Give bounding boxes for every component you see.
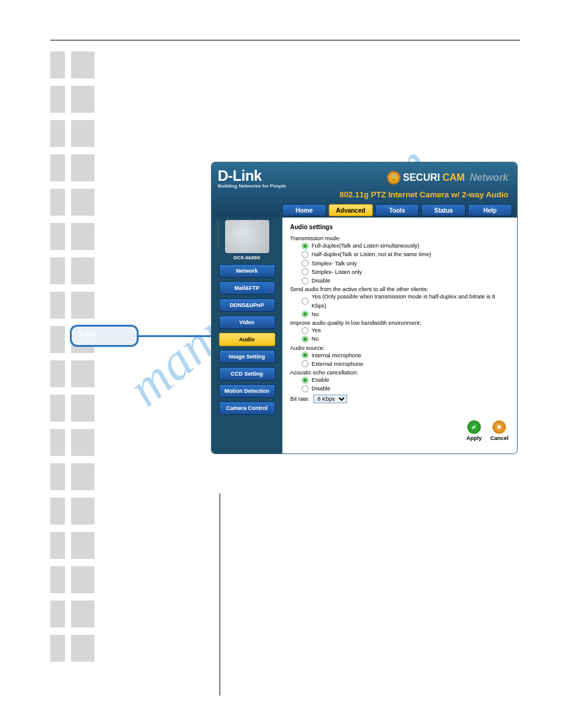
improve-audio-label: Improve audio quality in low bandwidth e… — [290, 320, 510, 326]
transmission-mode-label: Transmission mode: — [290, 235, 510, 241]
cancel-button[interactable]: ✖ Cancel — [490, 420, 508, 441]
bitrate-row: Bit rate: 8 Kbps — [290, 395, 510, 403]
lock-icon: 🔒 — [387, 171, 400, 184]
tab-advanced[interactable]: Advanced — [329, 204, 373, 216]
lower-label-2: Full-duplex (Talk and Listen simultaneou… — [104, 587, 215, 607]
camera-icon — [225, 220, 269, 253]
opt-improve-yes[interactable]: Yes — [301, 326, 510, 335]
decor-column — [50, 51, 94, 662]
opt-external-mic[interactable]: External microphone — [301, 360, 510, 368]
tab-help[interactable]: Help — [468, 204, 512, 216]
cam-text: CAM — [442, 172, 464, 183]
brand-logo: D-Link — [218, 167, 262, 184]
opt-improve-no[interactable]: No — [301, 335, 510, 343]
nav-ccd-setting[interactable]: CCD Setting — [219, 367, 275, 381]
opt-half-duplex[interactable]: Half-duplex(Talk or Listen, not at the s… — [301, 250, 510, 259]
ui-left-nav: DCS-6620G Network Mail&FTP DDNS&UPnP Vid… — [212, 218, 282, 453]
opt-full-duplex[interactable]: Full-duplex(Talk and Listen simultaneous… — [301, 241, 510, 250]
audio-source-label: Audio source: — [290, 345, 510, 351]
opt-internal-mic[interactable]: Internal microphone — [301, 351, 510, 360]
opt-simplex-talk[interactable]: Simplex- Talk only — [301, 259, 510, 268]
nav-ddns-upnp[interactable]: DDNS&UPnP — [219, 298, 275, 312]
opt-echo-enable[interactable]: Enable — [301, 376, 510, 384]
opt-send-yes[interactable]: Yes (Only possible when transmission mod… — [301, 292, 510, 310]
tab-status[interactable]: Status — [421, 204, 465, 216]
bitrate-label: Bit rate: — [290, 396, 310, 402]
header-running-title: Using the DCS-6620G with an Internet Bro… — [369, 29, 519, 37]
nav-camera-control[interactable]: Camera Control — [219, 401, 275, 415]
check-icon: ✔ — [467, 420, 481, 434]
header-rule — [50, 40, 520, 40]
send-audio-label: Send audio from the active client to all… — [290, 286, 510, 292]
opt-send-no[interactable]: No — [301, 310, 510, 319]
nav-mail-ftp[interactable]: Mail&FTP — [219, 281, 275, 295]
nav-network[interactable]: Network — [219, 264, 275, 278]
settings-panel: Audio settings Transmission mode: Full-d… — [282, 218, 517, 453]
opt-echo-disable[interactable]: Disable — [301, 384, 510, 393]
opt-simplex-listen[interactable]: Simplex- Listen only — [301, 268, 510, 276]
manual-page: Using the DCS-6620G with an Internet Bro… — [0, 0, 563, 728]
nav-image-setting[interactable]: Image Setting — [219, 350, 275, 363]
callout-connector — [139, 335, 216, 337]
nav-audio[interactable]: Audio — [219, 333, 275, 346]
nav-video[interactable]: Video — [219, 316, 275, 329]
panel-title: Audio settings — [290, 224, 510, 230]
lower-label-1: Transmission Mode: — [104, 495, 215, 506]
camera-admin-ui: D-Link Building Networks for People 🔒 SE… — [212, 162, 517, 453]
callout-label: Audio — [79, 331, 96, 338]
lower-text-1: There are five options to select. For al… — [231, 494, 518, 514]
echo-cancel-label: Acoustic echo cancellation: — [290, 370, 510, 376]
page-number: 54 — [278, 702, 285, 710]
securi-text: SECURI — [403, 172, 440, 183]
tab-home[interactable]: Home — [282, 204, 326, 216]
securicam-logo: 🔒 SECURICAM Network — [387, 171, 508, 184]
footer-company: D-Link Systems, Inc. — [50, 702, 112, 710]
cross-icon: ✖ — [492, 420, 506, 434]
apply-button[interactable]: ✔ Apply — [466, 420, 481, 441]
opt-disable[interactable]: Disable — [301, 276, 510, 285]
top-tabbar: Home Advanced Tools Status Help — [282, 204, 512, 216]
ui-header: D-Link Building Networks for People 🔒 SE… — [212, 162, 517, 218]
product-subtitle: 802.11g PTZ Internet Camera w/ 2-way Aud… — [340, 190, 509, 199]
lower-text-2: In this mode, the user can talk to the s… — [231, 588, 518, 609]
lower-divider — [220, 493, 220, 696]
network-text: Network — [470, 172, 508, 183]
camera-model-label: DCS-6620G — [234, 255, 261, 260]
nav-motion-detection[interactable]: Motion Detection — [219, 384, 275, 398]
bitrate-select[interactable]: 8 Kbps — [313, 395, 347, 403]
section-breadcrumb: Configuration > Advanced > Audio — [399, 61, 519, 70]
brand-tagline: Building Networks for People — [218, 183, 286, 189]
intro-paragraph: These settings will allow you to configu… — [104, 123, 336, 144]
tab-tools[interactable]: Tools — [375, 204, 419, 216]
